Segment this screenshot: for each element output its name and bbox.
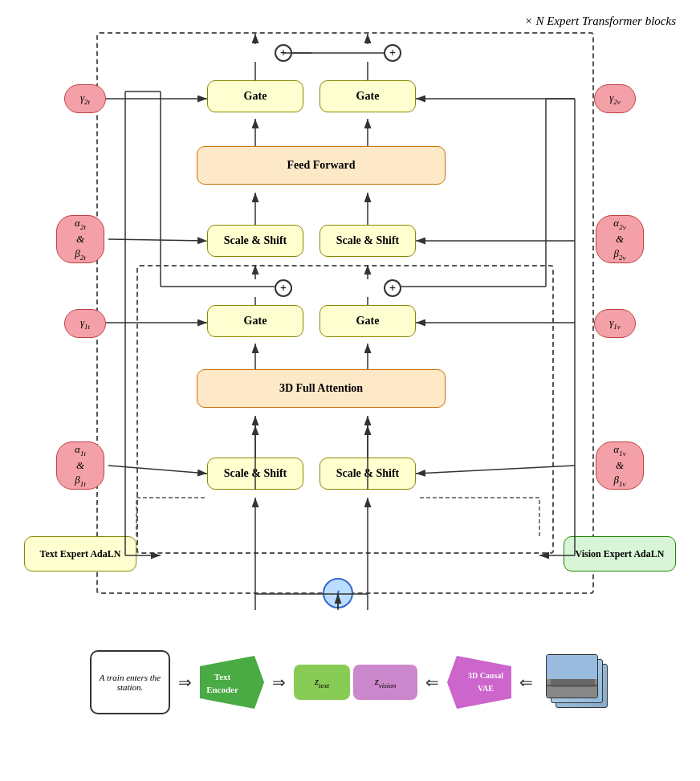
text-encoder-wrapper: Text Encoder [200,656,264,709]
arrow-vae-zvision: ⇐ [425,673,439,692]
circle-plus-3: + [275,279,292,297]
arrow-prompt-encoder: ⇒ [178,673,192,692]
text-prompt-box: A train enters the station. [90,650,170,714]
circle-plus-2: + [384,44,401,62]
svg-marker-50 [200,656,264,709]
z-text-box: ztext [294,665,350,700]
arrow-encoder-ztext: ⇒ [272,673,286,692]
z-vision-label: zvision [375,675,397,689]
text-encoder-label2: Encoder [206,685,238,694]
text-encoder-label: Text [214,672,231,681]
gate-right-upper: Gate [319,80,416,112]
scale-shift-upper-left: Scale & Shift [207,225,303,257]
video-frames [546,654,610,710]
pill-gamma1v: γ1v [594,309,636,338]
diagram-container: × N Expert Transformer blocks Feed Forwa… [0,0,700,781]
scale-shift-upper-right: Scale & Shift [319,225,416,257]
pill-alpha2v: α2v&β2v [596,215,644,263]
feed-forward-block: Feed Forward [197,146,446,185]
circle-plus-4: + [384,279,401,297]
top-label: × N Expert Transformer blocks [525,14,676,28]
prompt-text: A train enters the station. [92,669,169,695]
text-expert-adaln: Text Expert AdaLN [24,536,136,572]
pill-gamma1t: γ1t [64,309,106,338]
attention-block: 3D Full Attention [197,369,446,408]
scale-shift-lower-right: Scale & Shift [319,458,416,490]
gate-right-lower: Gate [319,305,416,337]
frame-front [546,654,598,698]
arrow-frames-vae: ⇐ [519,673,533,692]
svg-marker-51 [447,656,511,709]
z-text-label: ztext [315,675,329,689]
pill-alpha2t: α2t&β2t [56,215,104,263]
vae-wrapper: 3D Causal VAE [447,656,511,709]
pill-gamma2t: γ2t [64,84,106,113]
svg-text:3D Causal: 3D Causal [468,671,503,680]
z-vision-box: zvision [353,665,417,700]
gate-left-upper: Gate [207,80,303,112]
pill-gamma2v: γ2v [594,84,636,113]
scale-shift-lower-left: Scale & Shift [207,458,303,490]
vision-expert-adaln: Vision Expert AdaLN [564,536,676,572]
svg-rect-56 [547,655,598,679]
pill-alpha1v: α1v&β1v [596,441,644,490]
svg-text:VAE: VAE [478,684,494,693]
pill-alpha1t: α1t&β1t [56,441,104,490]
vae-svg: 3D Causal VAE [447,656,511,709]
t-timestep-circle: t [323,578,353,608]
bottom-section: A train enters the station. ⇒ Text Encod… [0,650,700,714]
circle-plus-1: + [275,44,292,62]
gate-left-lower: Gate [207,305,303,337]
text-encoder-svg: Text Encoder [200,656,264,709]
